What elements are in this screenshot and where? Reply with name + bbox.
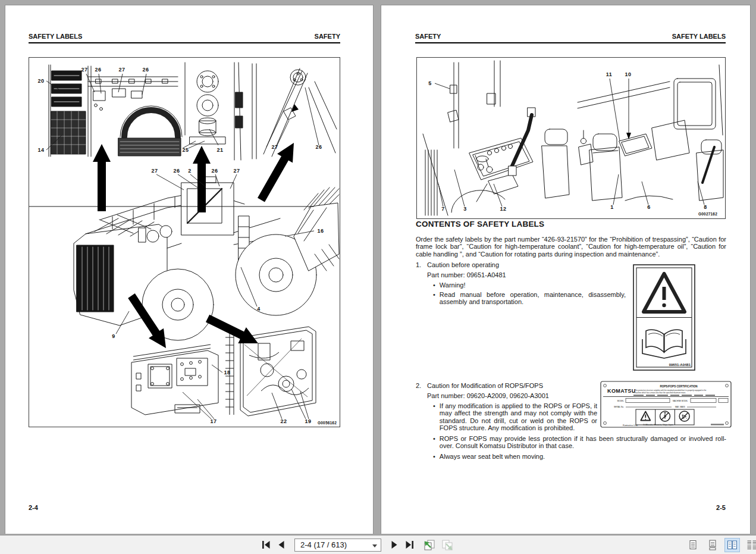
facing-pages-icon [727, 540, 738, 550]
bullet-marker: • [433, 281, 435, 289]
pdf-toolbar: 2-4 (17 / 613) [0, 534, 756, 554]
next-page-button[interactable] [388, 539, 400, 550]
page-header: SAFETY SAFETY LABELS [415, 33, 726, 43]
previous-view-icon [422, 539, 435, 551]
continuous-page-icon [707, 540, 718, 550]
previous-page-icon [277, 540, 286, 549]
callout-number: 17 [210, 418, 217, 424]
warning-triangle-icon [644, 274, 685, 312]
next-view-icon [441, 539, 454, 551]
wheel-loader-drawing: 27 26 27 26 20 14 25 21 27 26 27 26 2 26… [29, 58, 340, 427]
item2-title: Caution for Modification of ROPS/FOPS [427, 382, 543, 389]
item1-number: 1. [416, 261, 421, 268]
callout-number: 14 [37, 147, 44, 153]
next-view-button[interactable] [440, 538, 456, 552]
previous-view-button[interactable] [421, 538, 437, 552]
item1-title: Caution before operating [427, 261, 499, 268]
section-title: CONTENTS OF SAFETY LABELS [416, 221, 544, 228]
callout-number: 7 [441, 206, 445, 212]
rops-microcode [711, 424, 724, 425]
page-layout-group [685, 536, 756, 554]
item2-bullet-3: • Always wear seat belt when moving. [433, 453, 726, 460]
callout-number: 6 [647, 204, 651, 210]
rops-fops-certification-label: KOMATSU ROPS/FOPS CERTIFICATION This pro… [600, 381, 732, 430]
facing-pages-view-button[interactable] [724, 538, 740, 552]
last-page-button[interactable] [403, 539, 416, 550]
page-2-4: SAFETY LABELS SAFETY [5, 5, 374, 534]
callout-number: 27 [233, 168, 240, 174]
rops-label-title: ROPS/FOPS CERTIFICATION [660, 385, 698, 388]
callout-number: 3 [463, 206, 467, 212]
rops-label-desc2: machine which has a mass less than the s… [635, 392, 686, 394]
callout-number: 26 [142, 67, 149, 73]
page-number-footer: 2-4 [29, 504, 38, 511]
callout-number: 4 [257, 306, 261, 312]
first-page-button[interactable] [259, 539, 273, 550]
page-2-5: SAFETY SAFETY LABELS [381, 5, 751, 534]
callout-number: 22 [280, 418, 287, 424]
page-navigation-group: 2-4 (17 / 613) [258, 536, 457, 554]
header-left-text: SAFETY [415, 33, 441, 40]
callout-number: 16 [317, 228, 324, 234]
continuous-page-view-button[interactable] [705, 538, 720, 552]
document-canvas: SAFETY LABELS SAFETY [0, 0, 756, 534]
item1-bullet-2: • Read manual before operation, maintena… [433, 291, 626, 306]
page-number-combo[interactable]: 2-4 (17 / 613) [294, 539, 381, 552]
callout-number: 26 [95, 67, 101, 73]
rops-address: 3-6 Akasaka, Minato-ku, Tokyo, Japan [643, 424, 673, 426]
callout-number: 5 [428, 80, 432, 86]
callout-number: 25 [182, 147, 189, 153]
page-header: SAFETY LABELS SAFETY [29, 33, 340, 43]
callout-number: 12 [500, 206, 506, 212]
callout-number: 11 [606, 71, 613, 77]
first-page-icon [261, 540, 271, 549]
callout-number: 27 [81, 67, 87, 73]
read-manual-icon [642, 330, 686, 358]
field-machine-label: MACHINE MODEL [673, 400, 688, 402]
item2-bullet-2: • ROPS or FOPS may provide less protecti… [433, 435, 726, 450]
callout-number: 27 [271, 144, 278, 150]
callout-number: 21 [217, 147, 223, 153]
callout-number: 27 [151, 168, 158, 174]
callout-number: 26 [211, 168, 218, 174]
field-mass-label: MAX. MASS [675, 406, 685, 408]
continuous-facing-icon [746, 540, 756, 550]
callout-number: 8 [704, 204, 707, 210]
intro-paragraph: Order the safety labels by the part numb… [416, 236, 726, 258]
field-model-label: MODEL [617, 400, 625, 402]
single-page-view-button[interactable] [685, 538, 701, 552]
callout-number: 26 [315, 144, 322, 150]
bullet-text: Read manual before operation, maintenanc… [440, 291, 626, 306]
cab-interior-drawing: 5 11 10 7 3 12 1 6 8 G0027162 [417, 58, 725, 218]
warning-label-graphic: 09651-A0481 [633, 264, 695, 373]
figure-code: G0056162 [318, 421, 337, 425]
callout-number: 20 [37, 78, 44, 84]
header-left-text: SAFETY LABELS [29, 33, 82, 40]
item2-number: 2. [416, 382, 421, 389]
callout-number: 27 [118, 67, 125, 73]
page-number-footer: 2-5 [415, 504, 726, 511]
next-page-icon [390, 540, 399, 549]
item2-part-number: Part number: 09620-A2009, 09620-A3001 [427, 392, 549, 399]
last-page-icon [404, 540, 415, 549]
callout-number: 1 [610, 204, 614, 210]
item1-part-number: Part number: 09651-A0481 [427, 271, 506, 278]
header-right-text: SAFETY LABELS [672, 33, 726, 40]
previous-page-button[interactable] [275, 539, 287, 550]
bullet-marker: • [433, 435, 435, 450]
dropdown-caret-icon [372, 544, 377, 547]
komatsu-logo: KOMATSU [607, 388, 636, 394]
callout-number: 10 [625, 71, 631, 77]
callout-number: 2 [188, 168, 192, 174]
bullet-marker: • [433, 291, 435, 306]
field-serial-label: SERIAL No. [614, 406, 624, 408]
callout-number: 9 [112, 333, 115, 339]
bullet-text: ROPS or FOPS may provide less protection… [440, 435, 726, 450]
bullet-marker: • [433, 402, 435, 432]
single-page-icon [688, 540, 698, 550]
callout-number: 26 [173, 168, 180, 174]
bullet-marker: • [433, 453, 435, 460]
continuous-facing-view-button[interactable] [744, 538, 756, 552]
bullet-text: If any modification is applied to the RO… [440, 402, 597, 432]
rops-maker: Komatsu Ltd. [623, 424, 638, 427]
